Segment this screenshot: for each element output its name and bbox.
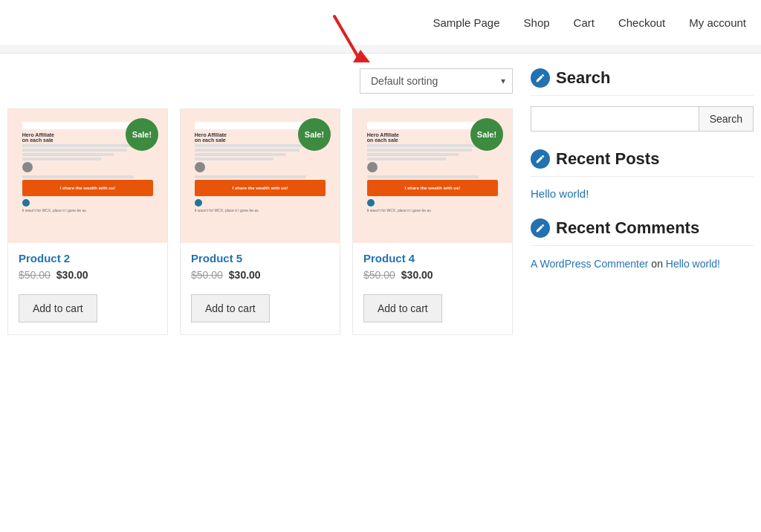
search-widget-title: Search [556, 68, 610, 88]
product-info-4: Product 4 $50.00 $30.00 [353, 243, 512, 287]
product-name-4: Product 4 [363, 252, 502, 265]
recent-comments-widget-title-wrap: Recent Comments [531, 218, 754, 246]
price-new-4: $30.00 [401, 269, 433, 281]
recent-comments-icon [531, 218, 550, 238]
add-to-cart-button-5[interactable]: Add to cart [191, 294, 270, 322]
nav-checkout[interactable]: Checkout [618, 16, 665, 29]
product-info-5: Product 5 $50.00 $30.00 [181, 243, 340, 287]
search-widget-icon [531, 68, 550, 88]
sort-select[interactable]: Default sorting Sort by popularity Sort … [360, 68, 513, 94]
nav-cart[interactable]: Cart [574, 16, 595, 29]
product-card-4: Hero Affiliateon each sale I share the w… [352, 108, 513, 335]
price-old-2: $50.00 [19, 269, 51, 281]
search-submit-button[interactable]: Search [699, 106, 754, 132]
product-image-4: Hero Affiliateon each sale I share the w… [353, 109, 512, 243]
nav-sample-page[interactable]: Sample Page [433, 16, 499, 29]
search-widget-title-wrap: Search [531, 68, 754, 96]
comment-item: A WordPress Commenter on Hello world! [531, 256, 754, 272]
price-new-5: $30.00 [229, 269, 261, 281]
product-name-2: Product 2 [19, 252, 157, 265]
product-card-2: Hero Affiliateon each sale I share the w… [7, 108, 168, 335]
main-content: Default sorting Sort by popularity Sort … [7, 68, 513, 335]
product-price-5: $50.00 $30.00 [191, 269, 329, 281]
comment-on-text: on [651, 258, 665, 270]
search-widget: Search Search [531, 68, 754, 132]
recent-posts-icon [531, 149, 550, 169]
product-price-4: $50.00 $30.00 [363, 269, 502, 281]
sort-bar-container: Default sorting Sort by popularity Sort … [7, 68, 513, 94]
recent-post-link-hello-world[interactable]: Hello world! [531, 187, 589, 200]
search-input[interactable] [531, 106, 699, 132]
product-price-2: $50.00 $30.00 [19, 269, 157, 281]
sale-badge-2: Sale! [126, 118, 158, 151]
sale-badge-5: Sale! [298, 118, 331, 151]
product-name-5: Product 5 [191, 252, 329, 265]
search-form: Search [531, 106, 754, 132]
recent-comments-title: Recent Comments [556, 218, 699, 238]
recent-posts-widget: Recent Posts Hello world! [531, 149, 754, 201]
gray-bar [0, 46, 761, 53]
add-to-cart-button-4[interactable]: Add to cart [363, 294, 442, 322]
pencil-icon-comments [535, 223, 545, 233]
nav-shop[interactable]: Shop [524, 16, 550, 29]
comment-author-link[interactable]: A WordPress Commenter [531, 258, 648, 270]
recent-posts-title: Recent Posts [556, 149, 659, 169]
nav-my-account[interactable]: My account [689, 16, 746, 29]
sale-badge-4: Sale! [470, 118, 503, 151]
sidebar: Search Search Recent Posts Hello world! [531, 68, 754, 335]
product-grid: Hero Affiliateon each sale I share the w… [7, 108, 513, 335]
sort-select-wrapper: Default sorting Sort by popularity Sort … [360, 68, 513, 94]
product-image-2: Hero Affiliateon each sale I share the w… [8, 109, 167, 243]
add-to-cart-button-2[interactable]: Add to cart [19, 294, 97, 322]
site-nav: Sample Page Shop Cart Checkout My accoun… [433, 16, 746, 29]
price-new-2: $30.00 [56, 269, 88, 281]
pencil-icon [535, 73, 545, 83]
product-card-5: Hero Affiliateon each sale I share the w… [180, 108, 340, 335]
price-old-4: $50.00 [363, 269, 395, 281]
pencil-icon-posts [535, 154, 545, 164]
product-image-5: Hero Affiliateon each sale I share the w… [181, 109, 340, 243]
site-header: Sample Page Shop Cart Checkout My accoun… [0, 0, 761, 46]
sort-bar: Default sorting Sort by popularity Sort … [7, 68, 513, 94]
page-wrapper: Default sorting Sort by popularity Sort … [0, 53, 761, 350]
recent-comments-widget: Recent Comments A WordPress Commenter on… [531, 218, 754, 272]
product-info-2: Product 2 $50.00 $30.00 [8, 243, 167, 287]
price-old-5: $50.00 [191, 269, 223, 281]
comment-post-link[interactable]: Hello world! [666, 258, 720, 270]
recent-posts-widget-title-wrap: Recent Posts [531, 149, 754, 177]
